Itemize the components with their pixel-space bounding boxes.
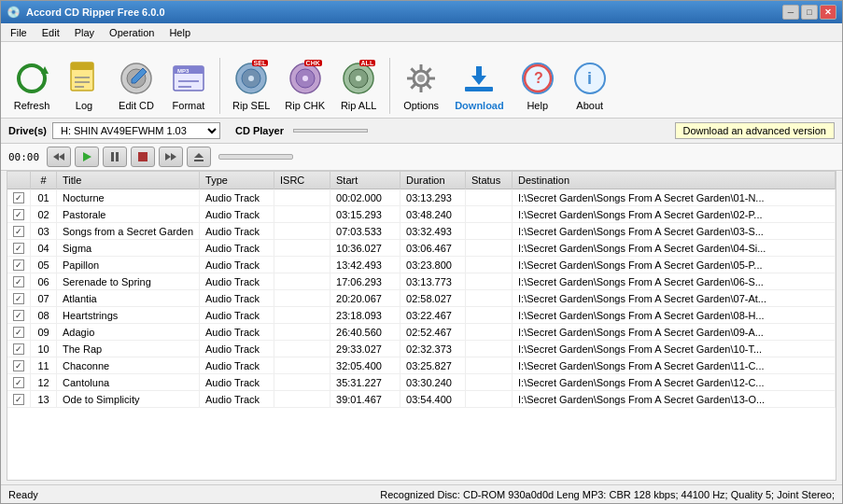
row-checkbox[interactable] xyxy=(7,189,31,206)
play-button[interactable] xyxy=(75,147,99,167)
row-checkbox[interactable] xyxy=(7,223,31,240)
menu-play[interactable]: Play xyxy=(69,25,100,40)
separator-2 xyxy=(389,58,390,114)
checkbox-2[interactable] xyxy=(13,226,24,237)
checkbox-3[interactable] xyxy=(13,243,24,254)
format-button[interactable]: MP3 Format xyxy=(163,47,214,114)
table-row[interactable]: 01 Nocturne Audio Track 00:02.000 03:13.… xyxy=(7,189,836,206)
row-title: Cantoluna xyxy=(57,374,200,391)
drive-select[interactable]: H: SHIN AV49EFWHM 1.03 xyxy=(52,122,220,139)
menu-file[interactable]: File xyxy=(5,25,33,40)
edit-cd-button[interactable]: Edit CD xyxy=(111,47,162,114)
about-label: About xyxy=(576,100,603,111)
row-start: 17:06.293 xyxy=(330,273,400,290)
checkbox-4[interactable] xyxy=(13,259,24,271)
table-row[interactable]: 07 Atlantia Audio Track 20:20.067 02:58.… xyxy=(7,290,836,307)
table-row[interactable]: 13 Ode to Simplicity Audio Track 39:01.4… xyxy=(7,391,836,408)
col-status: Status xyxy=(466,172,513,189)
row-dest: I:\Secret Garden\Songs From A Secret Gar… xyxy=(513,206,836,223)
row-type: Audio Track xyxy=(200,189,274,206)
fast-forward-button[interactable] xyxy=(159,147,183,167)
table-row[interactable]: 05 Papillon Audio Track 13:42.493 03:23.… xyxy=(7,257,836,273)
row-dest: I:\Secret Garden\Songs From A Secret Gar… xyxy=(513,324,836,341)
menu-bar: File Edit Play Operation Help xyxy=(1,23,842,42)
table-row[interactable]: 03 Songs from a Secret Garden Audio Trac… xyxy=(7,223,836,240)
close-button[interactable]: ✕ xyxy=(820,5,836,20)
row-title: The Rap xyxy=(57,341,200,357)
table-row[interactable]: 09 Adagio Audio Track 26:40.560 02:52.46… xyxy=(7,324,836,341)
format-label: Format xyxy=(173,100,205,111)
stop-button[interactable] xyxy=(131,147,155,167)
row-duration: 03:25.827 xyxy=(400,357,466,374)
row-isrc xyxy=(274,357,330,374)
row-checkbox[interactable] xyxy=(7,357,31,374)
row-type: Audio Track xyxy=(200,307,274,324)
drives-label: Drive(s) xyxy=(8,125,47,136)
row-checkbox[interactable] xyxy=(7,391,31,408)
table-row[interactable]: 11 Chaconne Audio Track 32:05.400 03:25.… xyxy=(7,357,836,374)
help-button[interactable]: ? Help xyxy=(513,47,563,114)
player-label: CD Player xyxy=(235,125,284,136)
row-type: Audio Track xyxy=(200,341,274,357)
log-button[interactable]: Log xyxy=(59,47,109,114)
main-window: 💿 Accord CD Ripper Free 6.0.0 ─ □ ✕ File… xyxy=(0,0,843,504)
checkbox-11[interactable] xyxy=(13,377,24,388)
row-checkbox[interactable] xyxy=(7,257,31,273)
checkbox-8[interactable] xyxy=(13,327,24,338)
row-checkbox[interactable] xyxy=(7,240,31,257)
row-checkbox[interactable] xyxy=(7,324,31,341)
checkbox-5[interactable] xyxy=(13,276,24,287)
download-button[interactable]: Download xyxy=(448,47,511,114)
table-row[interactable]: 04 Sigma Audio Track 10:36.027 03:06.467… xyxy=(7,240,836,257)
drives-section: Drive(s) H: SHIN AV49EFWHM 1.03 xyxy=(8,122,220,139)
menu-edit[interactable]: Edit xyxy=(36,25,65,40)
pause-button[interactable] xyxy=(103,147,127,167)
checkbox-6[interactable] xyxy=(13,293,24,304)
rip-sel-button[interactable]: SEL Rip SEL xyxy=(226,47,276,114)
row-start: 03:15.293 xyxy=(330,206,400,223)
options-button[interactable]: Options xyxy=(396,47,446,114)
row-dest: I:\Secret Garden\Songs From A Secret Gar… xyxy=(513,257,836,273)
checkbox-0[interactable] xyxy=(13,192,24,203)
row-num: 06 xyxy=(31,273,57,290)
row-checkbox[interactable] xyxy=(7,290,31,307)
table-row[interactable]: 02 Pastorale Audio Track 03:15.293 03:48… xyxy=(7,206,836,223)
refresh-button[interactable]: Refresh xyxy=(7,47,57,114)
checkbox-10[interactable] xyxy=(13,360,24,371)
menu-operation[interactable]: Operation xyxy=(104,25,160,40)
checkbox-9[interactable] xyxy=(13,343,24,355)
player-progress[interactable] xyxy=(293,129,368,133)
table-row[interactable]: 06 Serenade to Spring Audio Track 17:06.… xyxy=(7,273,836,290)
table-row[interactable]: 12 Cantoluna Audio Track 35:31.227 03:30… xyxy=(7,374,836,391)
table-container: # Title Type ISRC Start Duration Status … xyxy=(7,172,836,480)
checkbox-7[interactable] xyxy=(13,310,24,321)
options-icon xyxy=(402,60,440,97)
row-start: 07:03.533 xyxy=(330,223,400,240)
row-checkbox[interactable] xyxy=(7,341,31,357)
table-row[interactable]: 08 Heartstrings Audio Track 23:18.093 03… xyxy=(7,307,836,324)
menu-help[interactable]: Help xyxy=(163,25,196,40)
svg-text:i: i xyxy=(587,69,592,88)
rip-all-button[interactable]: ALL Rip ALL xyxy=(333,47,384,114)
maximize-button[interactable]: □ xyxy=(801,5,818,20)
row-checkbox[interactable] xyxy=(7,206,31,223)
eject-button[interactable] xyxy=(187,147,211,167)
track-tbody: 01 Nocturne Audio Track 00:02.000 03:13.… xyxy=(7,189,836,408)
checkbox-12[interactable] xyxy=(13,394,24,405)
rewind-button[interactable] xyxy=(47,147,71,167)
row-checkbox[interactable] xyxy=(7,307,31,324)
row-checkbox[interactable] xyxy=(7,374,31,391)
svg-rect-33 xyxy=(465,87,493,91)
row-checkbox[interactable] xyxy=(7,273,31,290)
rip-chk-button[interactable]: CHK Rip CHK xyxy=(278,47,331,114)
row-dest: I:\Secret Garden\Songs From A Secret Gar… xyxy=(513,189,836,206)
volume-slider[interactable] xyxy=(218,154,293,160)
about-button[interactable]: i About xyxy=(565,47,615,114)
checkbox-1[interactable] xyxy=(13,209,24,220)
minimize-button[interactable]: ─ xyxy=(782,5,799,20)
row-duration: 03:06.467 xyxy=(400,240,466,257)
help-icon: ? xyxy=(519,60,556,97)
table-row[interactable]: 10 The Rap Audio Track 29:33.027 02:32.3… xyxy=(7,341,836,357)
svg-rect-45 xyxy=(138,152,148,161)
row-duration: 03:13.773 xyxy=(400,273,466,290)
